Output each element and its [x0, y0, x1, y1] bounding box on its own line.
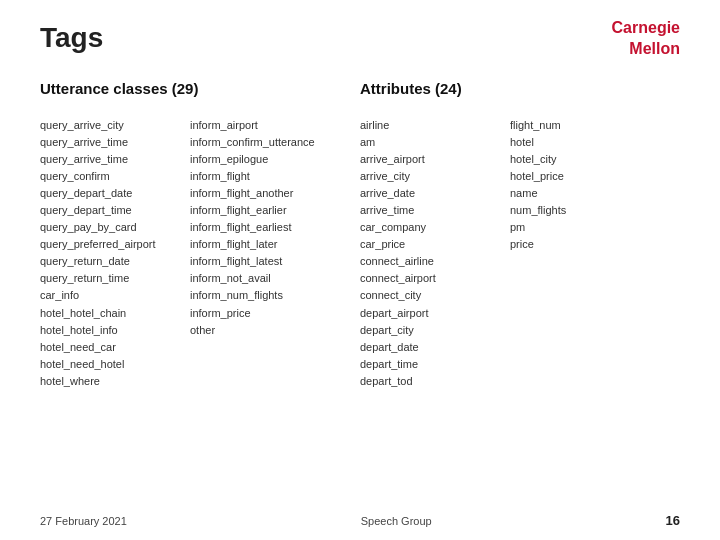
list-item: car_price [360, 236, 500, 253]
list-item: query_depart_time [40, 202, 180, 219]
list-item: connect_city [360, 287, 500, 304]
list-item: depart_time [360, 356, 500, 373]
list-item: inform_flight [190, 168, 350, 185]
attributes-section-header: Attributes (24) [360, 80, 680, 97]
list-item: hotel_city [510, 151, 610, 168]
footer: 27 February 2021 Speech Group 16 [40, 513, 680, 528]
list-item: num_flights [510, 202, 610, 219]
footer-date: 27 February 2021 [40, 515, 127, 527]
list-item: flight_num [510, 117, 610, 134]
list-item: hotel_where [40, 373, 180, 390]
list-item: arrive_time [360, 202, 500, 219]
list-item: query_arrive_time [40, 151, 180, 168]
list-item: inform_not_avail [190, 270, 350, 287]
list-item: query_return_time [40, 270, 180, 287]
brand-line2: Mellon [629, 40, 680, 57]
footer-page: 16 [666, 513, 680, 528]
list-item: depart_tod [360, 373, 500, 390]
list-item: inform_confirm_utterance [190, 134, 350, 151]
list-item: query_return_date [40, 253, 180, 270]
list-item: arrive_airport [360, 151, 500, 168]
footer-center: Speech Group [361, 515, 432, 527]
list-item: depart_city [360, 322, 500, 339]
list-item: inform_airport [190, 117, 350, 134]
list-item: price [510, 236, 610, 253]
list-item: hotel_hotel_info [40, 322, 180, 339]
list-item: query_confirm [40, 168, 180, 185]
list-item: connect_airline [360, 253, 500, 270]
utterance-col2: inform_airportinform_confirm_utterancein… [190, 117, 360, 390]
list-item: arrive_date [360, 185, 500, 202]
page-title: Tags [40, 22, 103, 54]
attributes-col2: flight_numhotelhotel_cityhotel_pricename… [510, 117, 620, 390]
list-item: inform_flight_earliest [190, 219, 350, 236]
list-item: car_info [40, 287, 180, 304]
list-item: inform_num_flights [190, 287, 350, 304]
list-item: arrive_city [360, 168, 500, 185]
list-item: query_pay_by_card [40, 219, 180, 236]
list-item: depart_airport [360, 305, 500, 322]
list-item: hotel_need_car [40, 339, 180, 356]
utterance-section-header: Utterance classes (29) [40, 80, 360, 97]
list-item: inform_flight_later [190, 236, 350, 253]
list-item: inform_flight_another [190, 185, 350, 202]
list-item: connect_airport [360, 270, 500, 287]
list-item: inform_price [190, 305, 350, 322]
list-item: query_preferred_airport [40, 236, 180, 253]
list-item: airline [360, 117, 500, 134]
list-item: query_arrive_time [40, 134, 180, 151]
list-item: hotel_need_hotel [40, 356, 180, 373]
list-item: pm [510, 219, 610, 236]
list-item: hotel_hotel_chain [40, 305, 180, 322]
list-item: other [190, 322, 350, 339]
list-item: depart_date [360, 339, 500, 356]
list-item: query_depart_date [40, 185, 180, 202]
main-content: Utterance classes (29) Attributes (24) q… [40, 80, 680, 500]
list-item: name [510, 185, 610, 202]
brand-logo: Carnegie Mellon [612, 18, 680, 60]
list-item: hotel_price [510, 168, 610, 185]
list-item: inform_flight_latest [190, 253, 350, 270]
attributes-col1: airlineamarrive_airportarrive_cityarrive… [360, 117, 510, 390]
utterance-col1: query_arrive_cityquery_arrive_timequery_… [40, 117, 190, 390]
list-item: inform_flight_earlier [190, 202, 350, 219]
list-item: query_arrive_city [40, 117, 180, 134]
list-item: am [360, 134, 500, 151]
list-item: inform_epilogue [190, 151, 350, 168]
list-item: hotel [510, 134, 610, 151]
list-item: car_company [360, 219, 500, 236]
brand-line1: Carnegie [612, 19, 680, 36]
